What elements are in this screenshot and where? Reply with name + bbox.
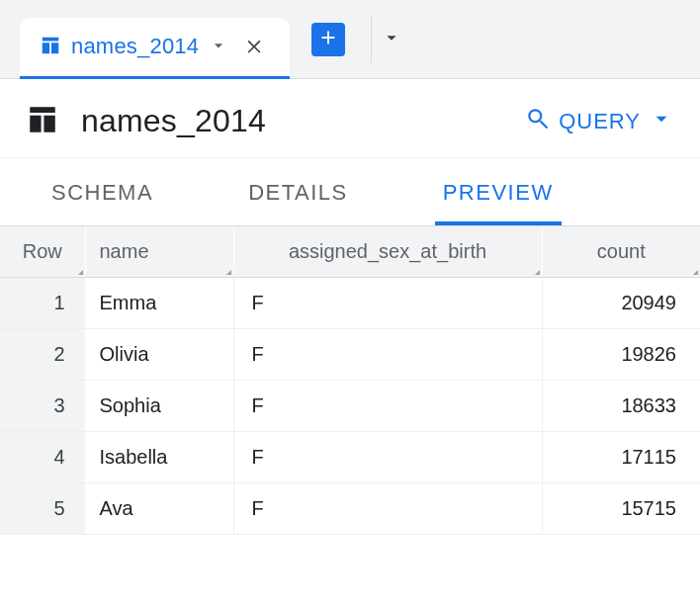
cell-sex: F (233, 329, 542, 381)
col-header-sex[interactable]: assigned_sex_at_birth (233, 226, 542, 278)
table-row: 2OliviaF19826 (0, 329, 700, 381)
cell-sex: F (233, 483, 542, 535)
col-header-row[interactable]: Row (0, 226, 85, 278)
tab-schema[interactable]: SCHEMA (44, 158, 161, 225)
table-row: 4IsabellaF17115 (0, 432, 700, 483)
tab-strip: names_2014 (0, 0, 700, 79)
tab-preview[interactable]: PREVIEW (435, 158, 562, 225)
cell-count: 15715 (542, 483, 700, 535)
cell-name: Isabella (85, 432, 233, 483)
caret-down-icon (381, 27, 402, 51)
tab-details[interactable]: DETAILS (240, 158, 356, 225)
cell-sex: F (233, 278, 542, 329)
col-header-count[interactable]: count (542, 226, 700, 278)
plus-icon (317, 27, 339, 51)
cell-name: Sophia (85, 381, 233, 432)
tab-active[interactable]: names_2014 (20, 18, 290, 79)
table-row: 3SophiaF18633 (0, 381, 700, 432)
table-row: 5AvaF15715 (0, 483, 700, 535)
tab-caret-icon[interactable] (209, 36, 228, 58)
table-row: 1EmmaF20949 (0, 278, 700, 329)
table-title: names_2014 (81, 103, 266, 139)
cell-count: 20949 (542, 278, 700, 329)
preview-table: Row name assigned_sex_at_birth count 1Em… (0, 226, 700, 535)
cell-rownum: 3 (0, 381, 85, 432)
title-bar: names_2014 QUERY (0, 79, 700, 158)
query-button-label: QUERY (559, 109, 641, 134)
cell-sex: F (233, 381, 542, 432)
table-icon (40, 35, 61, 59)
tab-more-button[interactable] (371, 16, 410, 63)
cell-rownum: 1 (0, 278, 85, 329)
cell-sex: F (233, 432, 542, 483)
cell-rownum: 5 (0, 483, 85, 535)
cell-name: Olivia (85, 329, 233, 381)
cell-count: 19826 (542, 329, 700, 381)
cell-count: 18633 (542, 381, 700, 432)
cell-name: Ava (85, 483, 233, 535)
cell-rownum: 4 (0, 432, 85, 483)
search-icon (525, 106, 551, 137)
table-icon (26, 103, 59, 139)
secondary-tabs: SCHEMA DETAILS PREVIEW (0, 158, 700, 226)
new-tab-button[interactable] (311, 23, 345, 56)
caret-down-icon (649, 106, 674, 137)
tab-title: names_2014 (71, 34, 199, 59)
cell-count: 17115 (542, 432, 700, 483)
cell-rownum: 2 (0, 329, 85, 381)
tab-close-button[interactable] (238, 30, 270, 64)
query-button[interactable]: QUERY (525, 106, 674, 137)
cell-name: Emma (85, 278, 233, 329)
col-header-name[interactable]: name (85, 226, 233, 278)
